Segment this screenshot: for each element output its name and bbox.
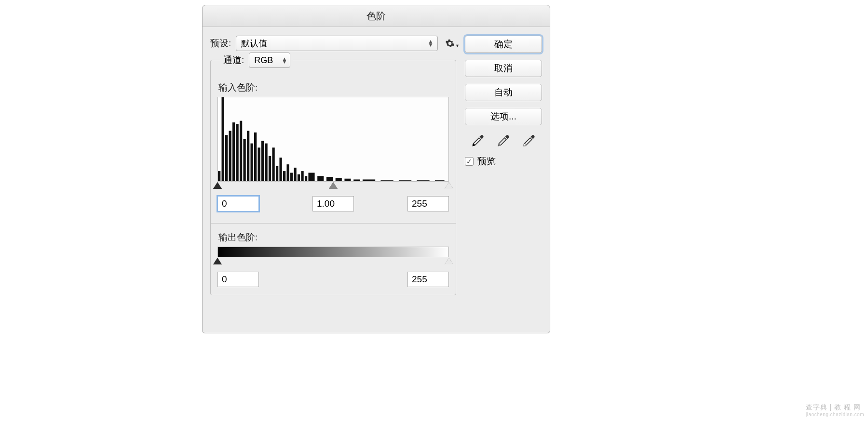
svg-rect-11 <box>258 147 260 181</box>
auto-button[interactable]: 自动 <box>465 84 542 101</box>
svg-rect-30 <box>353 180 360 181</box>
svg-rect-26 <box>317 176 324 181</box>
svg-rect-23 <box>301 171 303 181</box>
svg-rect-0 <box>218 171 220 181</box>
svg-rect-24 <box>305 176 307 181</box>
svg-point-37 <box>473 144 475 146</box>
divider <box>211 223 456 224</box>
stepper-arrows-icon: ▲▼ <box>428 40 434 47</box>
preset-select[interactable]: 默认值 ▲▼ <box>236 36 438 51</box>
preset-label: 预设: <box>210 37 231 50</box>
chevron-down-icon: ▼ <box>455 43 460 48</box>
output-gradient <box>217 247 449 257</box>
preset-value: 默认值 <box>241 38 267 49</box>
levels-dialog: 色阶 预设: 默认值 ▲▼ ▼ 通道: <box>202 5 550 333</box>
svg-rect-20 <box>290 173 293 181</box>
ok-button[interactable]: 确定 <box>465 36 542 53</box>
dialog-title: 色阶 <box>203 5 550 27</box>
eyedropper-icon <box>497 134 510 147</box>
gear-icon <box>445 39 455 48</box>
input-levels-label: 输入色阶: <box>218 81 449 94</box>
eyedropper-icon <box>471 134 485 147</box>
cancel-button[interactable]: 取消 <box>465 60 542 77</box>
svg-rect-25 <box>308 173 314 181</box>
input-black-slider[interactable] <box>213 182 222 189</box>
svg-rect-12 <box>261 141 264 181</box>
svg-rect-7 <box>243 139 245 181</box>
svg-rect-10 <box>254 132 257 181</box>
input-slider-track <box>217 182 449 191</box>
svg-rect-19 <box>286 164 289 181</box>
svg-rect-28 <box>336 178 342 181</box>
input-black-field[interactable]: 0 <box>217 196 259 211</box>
svg-rect-13 <box>265 144 267 181</box>
options-button[interactable]: 选项... <box>465 108 542 125</box>
svg-rect-32 <box>380 180 393 181</box>
white-point-eyedropper[interactable] <box>521 132 537 147</box>
svg-rect-9 <box>250 144 253 181</box>
svg-rect-8 <box>247 131 249 181</box>
output-levels-label: 输出色阶: <box>218 231 449 244</box>
stepper-arrows-icon: ▲▼ <box>282 57 287 63</box>
eyedropper-icon <box>522 134 536 147</box>
svg-rect-16 <box>276 166 278 181</box>
input-gamma-field[interactable]: 1.00 <box>312 196 354 211</box>
output-black-field[interactable]: 0 <box>217 272 259 287</box>
input-white-slider[interactable] <box>445 182 453 189</box>
svg-rect-22 <box>298 174 300 181</box>
preview-label: 预览 <box>477 155 496 168</box>
svg-rect-34 <box>417 180 429 181</box>
svg-rect-1 <box>221 97 224 181</box>
preview-checkbox-row[interactable]: ✓ 预览 <box>465 155 542 168</box>
svg-rect-5 <box>236 124 238 181</box>
svg-rect-15 <box>272 147 274 181</box>
svg-rect-33 <box>399 180 411 181</box>
svg-point-38 <box>498 144 501 146</box>
svg-rect-29 <box>344 179 351 181</box>
svg-rect-21 <box>294 168 296 181</box>
svg-rect-14 <box>269 156 271 181</box>
preset-menu-button[interactable]: ▼ <box>444 37 456 50</box>
black-point-eyedropper[interactable] <box>470 132 486 147</box>
svg-rect-31 <box>363 180 375 181</box>
output-white-field[interactable]: 255 <box>407 272 449 287</box>
input-gamma-slider[interactable] <box>329 182 338 189</box>
svg-point-39 <box>524 144 526 146</box>
channel-select[interactable]: RGB ▲▼ <box>249 53 290 68</box>
watermark: 查字典 | 教 程 网 jiaocheng.chazidian.com <box>806 403 864 417</box>
svg-rect-3 <box>229 131 231 181</box>
svg-rect-6 <box>240 121 242 181</box>
output-slider-track <box>217 257 449 267</box>
output-black-slider[interactable] <box>213 258 222 264</box>
input-white-field[interactable]: 255 <box>407 196 449 211</box>
output-white-slider[interactable] <box>445 258 453 264</box>
channel-label: 通道: <box>223 54 244 66</box>
svg-rect-4 <box>232 122 235 181</box>
svg-rect-18 <box>283 171 285 181</box>
svg-rect-27 <box>326 177 333 181</box>
gray-point-eyedropper[interactable] <box>496 132 511 147</box>
svg-rect-2 <box>225 135 228 181</box>
channel-value: RGB <box>254 55 273 66</box>
svg-rect-17 <box>279 158 282 181</box>
svg-rect-35 <box>435 180 445 181</box>
preview-checkbox[interactable]: ✓ <box>465 157 474 166</box>
histogram <box>217 97 449 182</box>
